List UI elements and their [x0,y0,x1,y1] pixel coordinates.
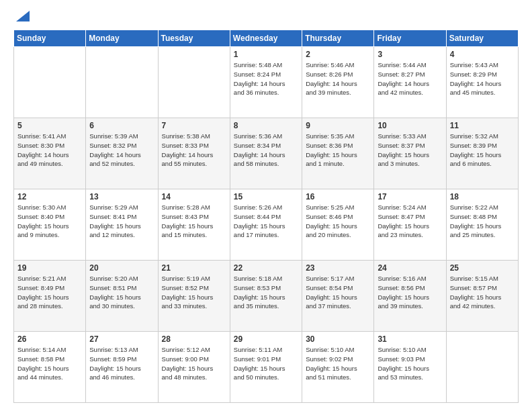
day-number: 2 [306,50,370,59]
table-row: 21Sunrise: 5:19 AM Sunset: 8:52 PM Dayli… [158,261,230,332]
day-info: Sunrise: 5:32 AM Sunset: 8:39 PM Dayligh… [450,132,515,169]
day-info: Sunrise: 5:16 AM Sunset: 8:56 PM Dayligh… [378,274,442,311]
day-info: Sunrise: 5:10 AM Sunset: 9:03 PM Dayligh… [378,345,442,382]
day-number: 27 [89,334,154,344]
day-number: 3 [378,50,442,59]
table-row: 15Sunrise: 5:26 AM Sunset: 8:44 PM Dayli… [230,189,302,261]
logo-icon [15,8,30,23]
day-number: 15 [234,192,298,201]
col-friday: Friday [374,30,446,47]
logo [13,11,30,23]
day-number: 30 [306,334,370,344]
table-row: 11Sunrise: 5:32 AM Sunset: 8:39 PM Dayli… [446,118,518,189]
day-info: Sunrise: 5:39 AM Sunset: 8:32 PM Dayligh… [89,132,154,169]
table-row: 6Sunrise: 5:39 AM Sunset: 8:32 PM Daylig… [86,118,158,189]
table-row [446,332,518,403]
table-row: 17Sunrise: 5:24 AM Sunset: 8:47 PM Dayli… [374,189,446,261]
col-tuesday: Tuesday [158,30,230,47]
day-info: Sunrise: 5:33 AM Sunset: 8:37 PM Dayligh… [378,132,442,169]
day-number: 7 [162,121,226,130]
day-number: 10 [378,121,442,130]
day-number: 8 [234,121,298,130]
day-info: Sunrise: 5:10 AM Sunset: 9:02 PM Dayligh… [306,345,370,382]
day-number: 18 [450,192,515,201]
svg-marker-0 [16,11,30,21]
calendar-week-row: 12Sunrise: 5:30 AM Sunset: 8:40 PM Dayli… [14,189,519,261]
page: Sunday Monday Tuesday Wednesday Thursday… [0,0,532,411]
day-number: 9 [306,121,370,130]
col-saturday: Saturday [446,30,518,47]
day-number: 5 [17,121,82,130]
table-row: 16Sunrise: 5:25 AM Sunset: 8:46 PM Dayli… [302,189,374,261]
table-row: 9Sunrise: 5:35 AM Sunset: 8:36 PM Daylig… [302,118,374,189]
table-row: 3Sunrise: 5:44 AM Sunset: 8:27 PM Daylig… [374,47,446,118]
table-row: 27Sunrise: 5:13 AM Sunset: 8:59 PM Dayli… [86,332,158,403]
table-row [86,47,158,118]
day-info: Sunrise: 5:19 AM Sunset: 8:52 PM Dayligh… [162,274,226,311]
table-row: 31Sunrise: 5:10 AM Sunset: 9:03 PM Dayli… [374,332,446,403]
table-row: 7Sunrise: 5:38 AM Sunset: 8:33 PM Daylig… [158,118,230,189]
calendar-week-row: 1Sunrise: 5:48 AM Sunset: 8:24 PM Daylig… [14,47,519,118]
table-row: 13Sunrise: 5:29 AM Sunset: 8:41 PM Dayli… [86,189,158,261]
day-info: Sunrise: 5:35 AM Sunset: 8:36 PM Dayligh… [306,132,370,169]
day-info: Sunrise: 5:17 AM Sunset: 8:54 PM Dayligh… [306,274,370,311]
calendar-week-row: 5Sunrise: 5:41 AM Sunset: 8:30 PM Daylig… [14,118,519,189]
header [13,11,519,23]
day-info: Sunrise: 5:20 AM Sunset: 8:51 PM Dayligh… [89,274,154,311]
day-number: 16 [306,192,370,201]
day-number: 14 [162,192,226,201]
day-info: Sunrise: 5:15 AM Sunset: 8:57 PM Dayligh… [450,274,515,311]
day-info: Sunrise: 5:14 AM Sunset: 8:58 PM Dayligh… [17,345,82,382]
table-row: 28Sunrise: 5:12 AM Sunset: 9:00 PM Dayli… [158,332,230,403]
calendar-week-row: 19Sunrise: 5:21 AM Sunset: 8:49 PM Dayli… [14,261,519,332]
table-row: 5Sunrise: 5:41 AM Sunset: 8:30 PM Daylig… [14,118,86,189]
day-info: Sunrise: 5:30 AM Sunset: 8:40 PM Dayligh… [17,203,82,240]
day-number: 25 [450,263,515,273]
day-number: 22 [234,263,298,273]
day-info: Sunrise: 5:12 AM Sunset: 9:00 PM Dayligh… [162,345,226,382]
day-number: 28 [162,334,226,344]
day-number: 26 [17,334,82,344]
table-row: 2Sunrise: 5:46 AM Sunset: 8:26 PM Daylig… [302,47,374,118]
table-row: 12Sunrise: 5:30 AM Sunset: 8:40 PM Dayli… [14,189,86,261]
table-row: 1Sunrise: 5:48 AM Sunset: 8:24 PM Daylig… [230,47,302,118]
table-row: 4Sunrise: 5:43 AM Sunset: 8:29 PM Daylig… [446,47,518,118]
table-row: 26Sunrise: 5:14 AM Sunset: 8:58 PM Dayli… [14,332,86,403]
day-info: Sunrise: 5:28 AM Sunset: 8:43 PM Dayligh… [162,203,226,240]
day-number: 6 [89,121,154,130]
table-row: 19Sunrise: 5:21 AM Sunset: 8:49 PM Dayli… [14,261,86,332]
calendar-table: Sunday Monday Tuesday Wednesday Thursday… [13,30,519,403]
day-number: 19 [17,263,82,273]
day-number: 11 [450,121,515,130]
day-number: 1 [234,50,298,59]
day-info: Sunrise: 5:36 AM Sunset: 8:34 PM Dayligh… [234,132,298,169]
day-number: 24 [378,263,442,273]
table-row: 8Sunrise: 5:36 AM Sunset: 8:34 PM Daylig… [230,118,302,189]
table-row [14,47,86,118]
day-info: Sunrise: 5:41 AM Sunset: 8:30 PM Dayligh… [17,132,82,169]
table-row: 18Sunrise: 5:22 AM Sunset: 8:48 PM Dayli… [446,189,518,261]
day-number: 12 [17,192,82,201]
calendar-header-row: Sunday Monday Tuesday Wednesday Thursday… [14,30,519,47]
day-info: Sunrise: 5:22 AM Sunset: 8:48 PM Dayligh… [450,203,515,240]
table-row [158,47,230,118]
calendar-week-row: 26Sunrise: 5:14 AM Sunset: 8:58 PM Dayli… [14,332,519,403]
day-info: Sunrise: 5:43 AM Sunset: 8:29 PM Dayligh… [450,60,515,97]
day-info: Sunrise: 5:46 AM Sunset: 8:26 PM Dayligh… [306,60,370,97]
day-info: Sunrise: 5:38 AM Sunset: 8:33 PM Dayligh… [162,132,226,169]
day-number: 31 [378,334,442,344]
table-row: 20Sunrise: 5:20 AM Sunset: 8:51 PM Dayli… [86,261,158,332]
day-info: Sunrise: 5:21 AM Sunset: 8:49 PM Dayligh… [17,274,82,311]
day-number: 20 [89,263,154,273]
day-number: 4 [450,50,515,59]
table-row: 24Sunrise: 5:16 AM Sunset: 8:56 PM Dayli… [374,261,446,332]
day-info: Sunrise: 5:13 AM Sunset: 8:59 PM Dayligh… [89,345,154,382]
table-row: 14Sunrise: 5:28 AM Sunset: 8:43 PM Dayli… [158,189,230,261]
day-number: 23 [306,263,370,273]
day-info: Sunrise: 5:25 AM Sunset: 8:46 PM Dayligh… [306,203,370,240]
table-row: 29Sunrise: 5:11 AM Sunset: 9:01 PM Dayli… [230,332,302,403]
table-row: 30Sunrise: 5:10 AM Sunset: 9:02 PM Dayli… [302,332,374,403]
table-row: 25Sunrise: 5:15 AM Sunset: 8:57 PM Dayli… [446,261,518,332]
day-info: Sunrise: 5:26 AM Sunset: 8:44 PM Dayligh… [234,203,298,240]
day-info: Sunrise: 5:11 AM Sunset: 9:01 PM Dayligh… [234,345,298,382]
